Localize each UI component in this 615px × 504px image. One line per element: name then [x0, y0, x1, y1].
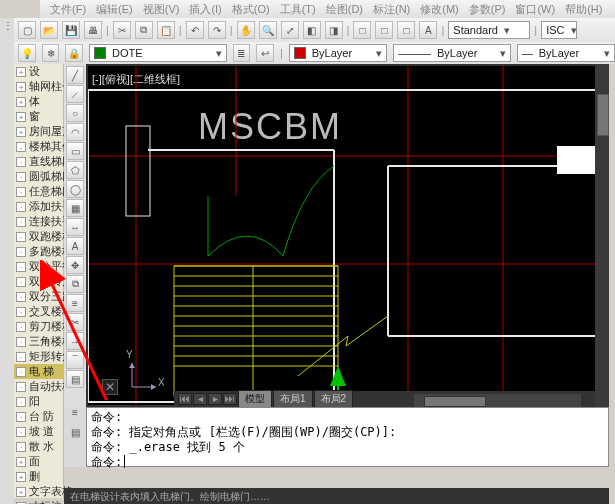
sidebar-item[interactable]: ·交叉楼梯	[14, 304, 63, 319]
copy-icon[interactable]: ⧉	[135, 21, 153, 39]
sidebar-item-elevator[interactable]: ·电 梯	[14, 364, 63, 379]
open-icon[interactable]: 📂	[40, 21, 58, 39]
menu-param[interactable]: 参数(P)	[469, 2, 506, 17]
bulb-icon[interactable]: 💡	[18, 44, 36, 62]
sidebar-item[interactable]: ·双分平行	[14, 259, 63, 274]
move-icon[interactable]: ✥	[66, 256, 84, 274]
sidebar-item[interactable]: -楼梯其他	[14, 139, 63, 154]
menu-dim[interactable]: 标注(N)	[373, 2, 410, 17]
redo-icon[interactable]: ↷	[208, 21, 226, 39]
dock-icon[interactable]: ⋮	[2, 20, 12, 31]
menu-draw[interactable]: 绘图(D)	[326, 2, 363, 17]
arc-icon[interactable]: ◠	[66, 123, 84, 141]
horizontal-scrollbar[interactable]	[414, 394, 581, 407]
tab-next-icon[interactable]: ▸	[208, 393, 222, 405]
sidebar-item[interactable]: ·矩形转角	[14, 349, 63, 364]
sidebar-item[interactable]: ·多跑楼梯	[14, 244, 63, 259]
tab-prev-icon[interactable]: ◂	[193, 393, 207, 405]
line-icon[interactable]: ╱	[66, 66, 84, 84]
tool-c-icon[interactable]: □	[397, 21, 415, 39]
ellipse-icon[interactable]: ◯	[66, 180, 84, 198]
dim-icon[interactable]: ↔	[66, 218, 84, 236]
style-combo[interactable]: Standard▾	[448, 21, 530, 39]
menu-file[interactable]: 文件(F)	[50, 2, 86, 17]
sidebar-item[interactable]: ·坡 道	[14, 424, 63, 439]
print-icon[interactable]: 🖶	[84, 21, 102, 39]
save-icon[interactable]: 💾	[62, 21, 80, 39]
tool-a-icon[interactable]: □	[353, 21, 371, 39]
layer-mgr-icon[interactable]: ≣	[233, 44, 251, 62]
table-icon[interactable]: ▤	[66, 370, 84, 388]
sidebar-item[interactable]: ·阳	[14, 394, 63, 409]
sidebar-item[interactable]: +轴网柱子	[14, 79, 63, 94]
menu-insert[interactable]: 插入(I)	[189, 2, 221, 17]
paste-icon[interactable]: 📋	[157, 21, 175, 39]
linetype-combo[interactable]: ———ByLayer▾	[393, 44, 511, 62]
cmd-handle-icon[interactable]: ≡	[64, 407, 86, 427]
zoom-ext-icon[interactable]: ⤢	[281, 21, 299, 39]
sidebar-item[interactable]: +窗	[14, 109, 63, 124]
sidebar-item[interactable]: +体	[14, 94, 63, 109]
cut-icon[interactable]: ✂	[113, 21, 131, 39]
menu-edit[interactable]: 编辑(E)	[96, 2, 133, 17]
text-a-icon[interactable]: A	[419, 21, 437, 39]
sidebar-item[interactable]: +房间屋顶	[14, 124, 63, 139]
menu-format[interactable]: 格式(O)	[232, 2, 270, 17]
offset-icon[interactable]: ≡	[66, 294, 84, 312]
menu-tools[interactable]: 工具(T)	[280, 2, 316, 17]
poly-icon[interactable]: ⬠	[66, 161, 84, 179]
cmd-input[interactable]	[124, 455, 125, 468]
sidebar-item[interactable]: ·直线梯段	[14, 154, 63, 169]
layer-combo[interactable]: DOTE ▾	[89, 44, 226, 62]
trim-icon[interactable]: ✂	[66, 313, 84, 331]
rect-icon[interactable]: ▭	[66, 142, 84, 160]
copy2-icon[interactable]: ⧉	[66, 275, 84, 293]
sidebar-item[interactable]: ·剪刀楼梯	[14, 319, 63, 334]
undo-icon[interactable]: ↶	[186, 21, 204, 39]
menu-window[interactable]: 窗口(W)	[515, 2, 555, 17]
view-cube[interactable]	[557, 146, 595, 174]
command-window[interactable]: 命令: 命令: 指定对角点或 [栏选(F)/圈围(WP)/圈交(CP)]: 命令…	[86, 407, 609, 467]
extra2-icon[interactable]: ◨	[325, 21, 343, 39]
sidebar-item[interactable]: ·自动扶梯	[14, 379, 63, 394]
sidebar-item[interactable]: ·双分转角	[14, 274, 63, 289]
circle-icon[interactable]: ○	[66, 104, 84, 122]
lineweight-combo[interactable]: —ByLayer▾	[517, 44, 615, 62]
extend-icon[interactable]: →	[66, 332, 84, 350]
sidebar-item[interactable]: ·三角楼梯	[14, 334, 63, 349]
sidebar-item[interactable]: ·添加扶手	[14, 199, 63, 214]
vertical-scrollbar[interactable]	[595, 64, 609, 407]
text-icon[interactable]: A	[66, 237, 84, 255]
sidebar-item[interactable]: +文字表格	[14, 484, 63, 499]
hatch-icon[interactable]: ▦	[66, 199, 84, 217]
fillet-icon[interactable]: ⌒	[66, 351, 84, 369]
new-icon[interactable]: ▢	[18, 21, 36, 39]
cmd-lock-icon[interactable]: ▤	[64, 427, 86, 447]
lock-icon[interactable]: 🔒	[65, 44, 83, 62]
sidebar-item[interactable]: ·任意梯段	[14, 184, 63, 199]
sidebar-item[interactable]: ·散 水	[14, 439, 63, 454]
tab-layout2[interactable]: 布局2	[314, 390, 354, 408]
color-combo[interactable]: ByLayer▾	[289, 44, 387, 62]
tab-first-icon[interactable]: ⏮	[178, 393, 192, 405]
sidebar-item[interactable]: +设	[14, 64, 63, 79]
sidebar-item[interactable]: ·圆弧梯段	[14, 169, 63, 184]
tab-layout1[interactable]: 布局1	[273, 390, 313, 408]
sidebar-item[interactable]: +寸标注	[14, 499, 63, 504]
viewport-close-icon[interactable]: ✕	[102, 379, 118, 395]
extra-icon[interactable]: ◧	[303, 21, 321, 39]
pan-icon[interactable]: ✋	[237, 21, 255, 39]
menu-view[interactable]: 视图(V)	[143, 2, 180, 17]
sidebar-item[interactable]: ·连接扶手	[14, 214, 63, 229]
menu-help[interactable]: 帮助(H)	[565, 2, 602, 17]
zoom-icon[interactable]: 🔍	[259, 21, 277, 39]
layer-prev-icon[interactable]: ↩	[256, 44, 274, 62]
pline-icon[interactable]: ⟋	[66, 85, 84, 103]
drawing-canvas[interactable]: [-][俯视][二维线框] MSCBM	[88, 66, 595, 405]
tab-model[interactable]: 模型	[238, 390, 272, 408]
sidebar-item[interactable]: +删	[14, 469, 63, 484]
tool-b-icon[interactable]: □	[375, 21, 393, 39]
tab-last-icon[interactable]: ⏭	[223, 393, 237, 405]
sidebar-item[interactable]: ·双跑楼梯	[14, 229, 63, 244]
freeze-icon[interactable]: ❄	[42, 44, 60, 62]
